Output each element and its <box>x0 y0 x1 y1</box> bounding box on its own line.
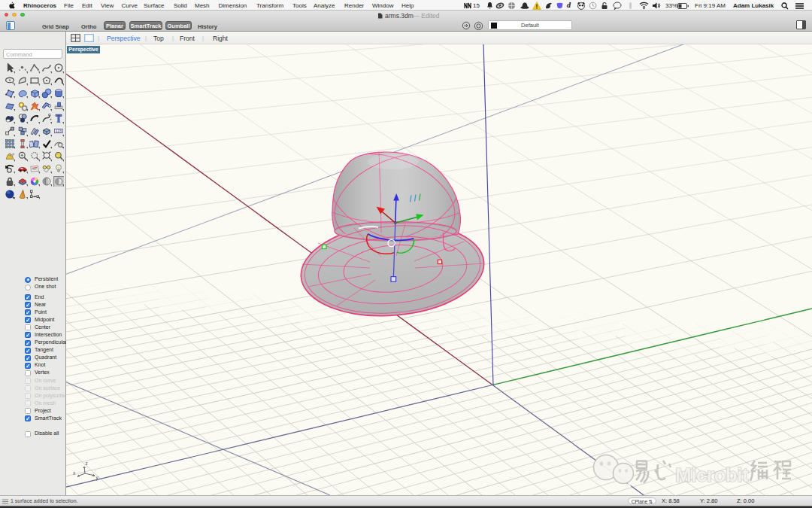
svg-text:x: x <box>73 470 76 476</box>
svg-text:Microbit: Microbit <box>675 464 749 486</box>
svg-text:z: z <box>86 461 88 466</box>
svg-text:y: y <box>96 475 99 481</box>
svg-text:123: 123 <box>56 129 62 133</box>
